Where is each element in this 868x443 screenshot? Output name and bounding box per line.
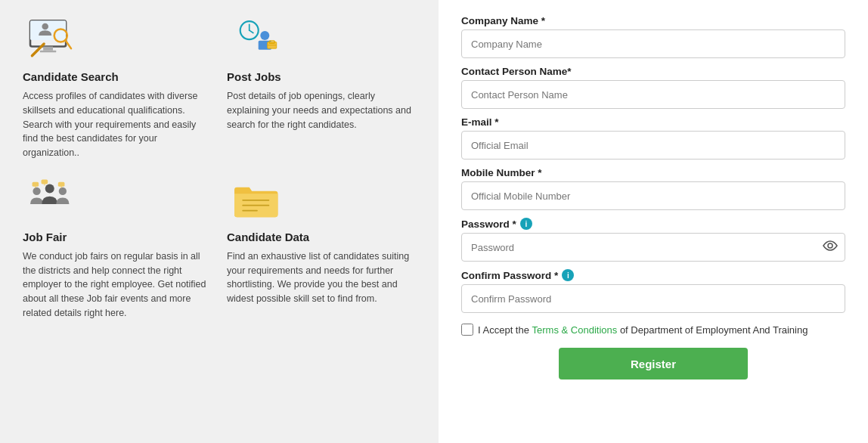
password-group: Password * i [461, 218, 845, 262]
post-jobs-desc: Post details of job openings, clearly ex… [227, 89, 416, 132]
svg-point-16 [33, 187, 40, 195]
job-fair-icon [23, 175, 83, 225]
contact-person-label: Contact Person Name* [461, 66, 845, 77]
svg-point-28 [828, 243, 832, 248]
email-input[interactable] [461, 131, 845, 160]
password-toggle-icon[interactable] [823, 240, 838, 254]
registration-form: Company Name * Contact Person Name* E-ma… [439, 0, 868, 443]
candidate-data-desc: Find an exhaustive list of candidates su… [227, 249, 416, 306]
svg-point-11 [260, 31, 269, 40]
job-fair-title: Job Fair [23, 231, 212, 243]
company-name-group: Company Name * [461, 15, 845, 58]
post-jobs-icon [227, 15, 287, 64]
confirm-password-group: Confirm Password * i [461, 269, 845, 313]
feature-job-fair: Job Fair We conduct job fairs on regular… [23, 175, 212, 321]
svg-rect-23 [58, 182, 65, 187]
candidate-search-title: Candidate Search [23, 70, 212, 83]
svg-rect-21 [42, 180, 48, 184]
contact-person-group: Contact Person Name* [461, 66, 845, 109]
feature-candidate-search: Candidate Search Access profiles of cand… [23, 15, 212, 160]
password-label: Password * i [461, 218, 845, 230]
candidate-data-icon [227, 175, 287, 225]
left-panel: Candidate Search Access profiles of cand… [0, 0, 439, 443]
terms-checkbox[interactable] [461, 324, 473, 336]
terms-row: I Accept the Terms & Conditions of Depar… [461, 324, 845, 336]
mobile-group: Mobile Number * [461, 167, 845, 210]
register-button[interactable]: Register [559, 348, 748, 379]
mobile-label: Mobile Number * [461, 167, 845, 178]
password-input[interactable] [461, 233, 845, 262]
candidate-search-icon [23, 15, 83, 64]
svg-rect-19 [33, 182, 39, 187]
svg-rect-2 [43, 46, 53, 50]
email-group: E-mail * [461, 116, 845, 160]
feature-candidate-data: Candidate Data Find an exhaustive list o… [227, 175, 416, 321]
job-fair-desc: We conduct job fairs on regular basis in… [23, 249, 212, 321]
svg-rect-3 [40, 50, 56, 52]
candidate-search-desc: Access profiles of candidates with diver… [23, 89, 212, 160]
company-name-input[interactable] [461, 29, 845, 58]
candidate-data-title: Candidate Data [227, 231, 416, 243]
contact-person-input[interactable] [461, 80, 845, 109]
email-label: E-mail * [461, 116, 845, 128]
mobile-input[interactable] [461, 181, 845, 210]
confirm-password-info-icon[interactable]: i [562, 269, 574, 281]
terms-link[interactable]: Terms & Conditions [532, 324, 618, 336]
confirm-password-label: Confirm Password * i [461, 269, 845, 281]
feature-post-jobs: Post Jobs Post details of job openings, … [227, 15, 416, 160]
svg-rect-1 [30, 20, 66, 40]
svg-point-4 [42, 23, 48, 29]
confirm-password-input[interactable] [461, 284, 845, 313]
svg-line-10 [250, 30, 253, 33]
svg-point-17 [45, 184, 54, 194]
company-name-label: Company Name * [461, 15, 845, 26]
terms-text: I Accept the Terms & Conditions of Depar… [478, 324, 808, 336]
password-wrapper [461, 233, 845, 262]
svg-marker-22 [44, 184, 45, 187]
svg-point-18 [59, 187, 67, 195]
post-jobs-title: Post Jobs [227, 70, 416, 83]
password-info-icon[interactable]: i [520, 218, 532, 230]
